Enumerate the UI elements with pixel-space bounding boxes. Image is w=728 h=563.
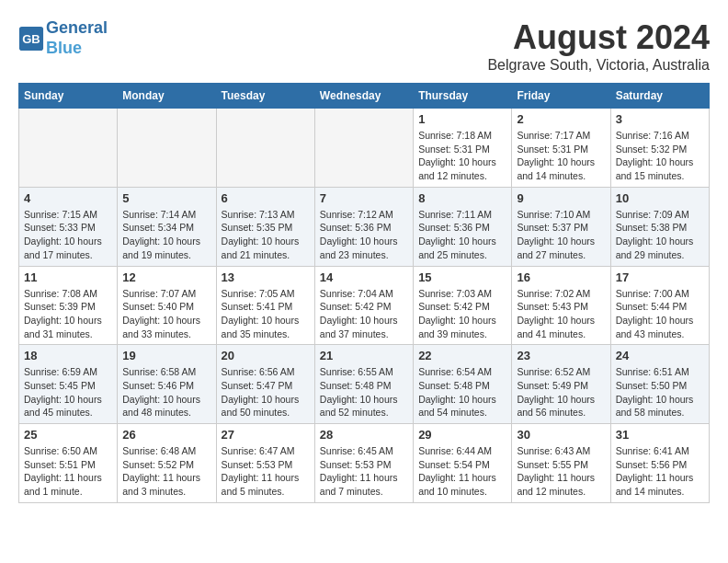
day-number: 14 [320,270,408,284]
calendar-cell: 8Sunrise: 7:11 AMSunset: 5:36 PMDaylight… [414,187,512,266]
cell-info: Sunrise: 7:04 AMSunset: 5:42 PMDaylight:… [320,287,408,341]
svg-text:GB: GB [22,31,40,45]
day-header-saturday: Saturday [610,84,709,109]
calendar-cell: 24Sunrise: 6:51 AMSunset: 5:50 PMDayligh… [610,345,709,424]
week-row-3: 11Sunrise: 7:08 AMSunset: 5:39 PMDayligh… [19,266,710,345]
month-title: August 2024 [487,18,710,57]
cell-info: Sunrise: 7:02 AMSunset: 5:43 PMDaylight:… [517,287,605,341]
cell-info: Sunrise: 6:47 AMSunset: 5:53 PMDaylight:… [222,444,310,499]
day-number: 21 [320,349,408,362]
day-number: 5 [122,191,210,205]
cell-info: Sunrise: 7:08 AMSunset: 5:39 PMDaylight:… [24,287,112,341]
day-number: 3 [616,112,704,126]
cell-info: Sunrise: 7:13 AMSunset: 5:35 PMDaylight:… [222,208,310,262]
cell-info: Sunrise: 6:50 AMSunset: 5:51 PMDaylight:… [24,444,112,499]
calendar-cell: 2Sunrise: 7:17 AMSunset: 5:31 PMDaylight… [512,109,610,188]
calendar-cell: 23Sunrise: 6:52 AMSunset: 5:49 PMDayligh… [512,345,610,424]
day-number: 15 [418,270,506,284]
calendar-cell: 14Sunrise: 7:04 AMSunset: 5:42 PMDayligh… [314,266,413,345]
calendar-cell: 13Sunrise: 7:05 AMSunset: 5:41 PMDayligh… [216,266,314,345]
cell-info: Sunrise: 7:03 AMSunset: 5:42 PMDaylight:… [418,287,506,341]
calendar-cell: 29Sunrise: 6:44 AMSunset: 5:54 PMDayligh… [414,424,512,503]
calendar-cell: 27Sunrise: 6:47 AMSunset: 5:53 PMDayligh… [216,424,314,503]
calendar-table: SundayMondayTuesdayWednesdayThursdayFrid… [18,83,710,503]
day-number: 9 [517,191,605,205]
day-number: 7 [320,191,408,205]
calendar-cell: 28Sunrise: 6:45 AMSunset: 5:53 PMDayligh… [314,424,413,503]
day-number: 31 [616,428,704,442]
day-number: 20 [222,349,310,362]
week-row-2: 4Sunrise: 7:15 AMSunset: 5:33 PMDaylight… [19,187,710,266]
day-number: 28 [320,428,408,442]
day-number: 6 [222,191,310,205]
cell-info: Sunrise: 7:09 AMSunset: 5:38 PMDaylight:… [616,208,704,262]
day-number: 18 [24,349,112,362]
day-number: 17 [616,270,704,284]
calendar-cell: 9Sunrise: 7:10 AMSunset: 5:37 PMDaylight… [512,187,610,266]
cell-info: Sunrise: 7:14 AMSunset: 5:34 PMDaylight:… [122,208,210,262]
cell-info: Sunrise: 7:17 AMSunset: 5:31 PMDaylight:… [517,129,605,183]
day-header-monday: Monday [118,84,216,109]
day-number: 1 [418,112,506,126]
calendar-cell: 31Sunrise: 6:41 AMSunset: 5:56 PMDayligh… [610,424,709,503]
cell-info: Sunrise: 6:44 AMSunset: 5:54 PMDaylight:… [418,444,506,499]
calendar-cell: 6Sunrise: 7:13 AMSunset: 5:35 PMDaylight… [216,187,314,266]
cell-info: Sunrise: 6:52 AMSunset: 5:49 PMDaylight:… [517,365,605,419]
calendar-cell [118,109,216,188]
cell-info: Sunrise: 6:48 AMSunset: 5:52 PMDaylight:… [122,444,210,499]
calendar-cell: 7Sunrise: 7:12 AMSunset: 5:36 PMDaylight… [314,187,413,266]
page-header: GB General Blue August 2024 Belgrave Sou… [18,18,710,74]
day-number: 10 [616,191,704,205]
cell-info: Sunrise: 6:56 AMSunset: 5:47 PMDaylight:… [222,365,310,419]
day-header-wednesday: Wednesday [314,84,413,109]
day-number: 30 [517,428,605,442]
calendar-cell [314,109,413,188]
calendar-cell: 18Sunrise: 6:59 AMSunset: 5:45 PMDayligh… [19,345,118,424]
cell-info: Sunrise: 6:51 AMSunset: 5:50 PMDaylight:… [616,365,704,419]
cell-info: Sunrise: 7:10 AMSunset: 5:37 PMDaylight:… [517,208,605,262]
day-number: 27 [222,428,310,442]
calendar-cell: 19Sunrise: 6:58 AMSunset: 5:46 PMDayligh… [118,345,216,424]
cell-info: Sunrise: 7:12 AMSunset: 5:36 PMDaylight:… [320,208,408,262]
logo: GB General Blue [18,18,108,58]
week-row-4: 18Sunrise: 6:59 AMSunset: 5:45 PMDayligh… [19,345,710,424]
day-number: 8 [418,191,506,205]
logo-text: General Blue [46,18,108,58]
cell-info: Sunrise: 6:59 AMSunset: 5:45 PMDaylight:… [24,365,112,419]
calendar-cell: 10Sunrise: 7:09 AMSunset: 5:38 PMDayligh… [610,187,709,266]
day-number: 29 [418,428,506,442]
calendar-cell [216,109,314,188]
calendar-cell: 26Sunrise: 6:48 AMSunset: 5:52 PMDayligh… [118,424,216,503]
calendar-cell: 5Sunrise: 7:14 AMSunset: 5:34 PMDaylight… [118,187,216,266]
day-number: 13 [222,270,310,284]
day-number: 26 [122,428,210,442]
day-number: 24 [616,349,704,362]
day-number: 2 [517,112,605,126]
calendar-cell: 20Sunrise: 6:56 AMSunset: 5:47 PMDayligh… [216,345,314,424]
calendar-cell: 25Sunrise: 6:50 AMSunset: 5:51 PMDayligh… [19,424,118,503]
cell-info: Sunrise: 7:15 AMSunset: 5:33 PMDaylight:… [24,208,112,262]
week-row-5: 25Sunrise: 6:50 AMSunset: 5:51 PMDayligh… [19,424,710,503]
calendar-cell: 11Sunrise: 7:08 AMSunset: 5:39 PMDayligh… [19,266,118,345]
day-number: 19 [122,349,210,362]
logo-icon: GB [18,26,44,52]
day-header-friday: Friday [512,84,610,109]
calendar-cell: 3Sunrise: 7:16 AMSunset: 5:32 PMDaylight… [610,109,709,188]
title-block: August 2024 Belgrave South, Victoria, Au… [487,18,710,74]
cell-info: Sunrise: 7:00 AMSunset: 5:44 PMDaylight:… [616,287,704,341]
cell-info: Sunrise: 7:07 AMSunset: 5:40 PMDaylight:… [122,287,210,341]
calendar-cell: 22Sunrise: 6:54 AMSunset: 5:48 PMDayligh… [414,345,512,424]
location: Belgrave South, Victoria, Australia [487,57,710,74]
cell-info: Sunrise: 6:58 AMSunset: 5:46 PMDaylight:… [122,365,210,419]
cell-info: Sunrise: 7:05 AMSunset: 5:41 PMDaylight:… [222,287,310,341]
cell-info: Sunrise: 6:45 AMSunset: 5:53 PMDaylight:… [320,444,408,499]
calendar-cell: 4Sunrise: 7:15 AMSunset: 5:33 PMDaylight… [19,187,118,266]
day-number: 22 [418,349,506,362]
week-row-1: 1Sunrise: 7:18 AMSunset: 5:31 PMDaylight… [19,109,710,188]
day-header-tuesday: Tuesday [216,84,314,109]
day-number: 23 [517,349,605,362]
header-row: SundayMondayTuesdayWednesdayThursdayFrid… [19,84,710,109]
calendar-cell: 17Sunrise: 7:00 AMSunset: 5:44 PMDayligh… [610,266,709,345]
cell-info: Sunrise: 6:54 AMSunset: 5:48 PMDaylight:… [418,365,506,419]
day-number: 4 [24,191,112,205]
